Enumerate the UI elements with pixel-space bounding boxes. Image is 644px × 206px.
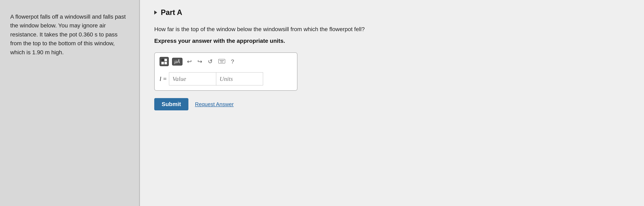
redo-icon: ↪ [198,58,202,65]
submit-button[interactable]: Submit [154,98,188,110]
undo-button[interactable]: ↩ [186,58,193,65]
refresh-icon: ↺ [208,58,212,65]
matrix-cell [162,62,164,64]
value-input[interactable] [169,72,216,85]
matrix-cell [164,59,167,61]
input-row: l = [160,72,292,85]
request-answer-button[interactable]: Request Answer [195,101,234,107]
variable-label: l = [160,75,167,82]
undo-icon: ↩ [187,58,192,65]
question-text: How far is the top of the window below t… [154,25,365,34]
instruction-text: Express your answer with the appropriate… [154,38,285,44]
action-row: Submit Request Answer [154,98,234,110]
matrix-cell [164,62,167,64]
help-button[interactable]: ? [230,58,236,65]
collapse-icon[interactable] [154,11,157,15]
mu-label: μÅ [174,59,180,64]
units-input[interactable] [216,72,263,85]
left-panel: A flowerpot falls off a windowsill and f… [0,0,139,206]
matrix-button[interactable] [160,57,169,66]
redo-button[interactable]: ↪ [196,58,203,65]
part-title: Part A [161,8,182,17]
mu-button[interactable]: μÅ [172,58,182,66]
part-header: Part A [154,8,182,17]
help-icon: ? [231,58,234,65]
matrix-cell [162,59,164,61]
keyboard-icon [218,59,225,64]
reset-button[interactable]: ↺ [206,58,214,65]
problem-text: A flowerpot falls off a windowsill and f… [10,12,129,57]
keyboard-button[interactable] [217,58,226,65]
answer-box: μÅ ↩ ↪ ↺ ? l = [154,52,298,91]
toolbar: μÅ ↩ ↪ ↺ ? [160,57,292,68]
right-panel: Part A How far is the top of the window … [140,0,644,206]
